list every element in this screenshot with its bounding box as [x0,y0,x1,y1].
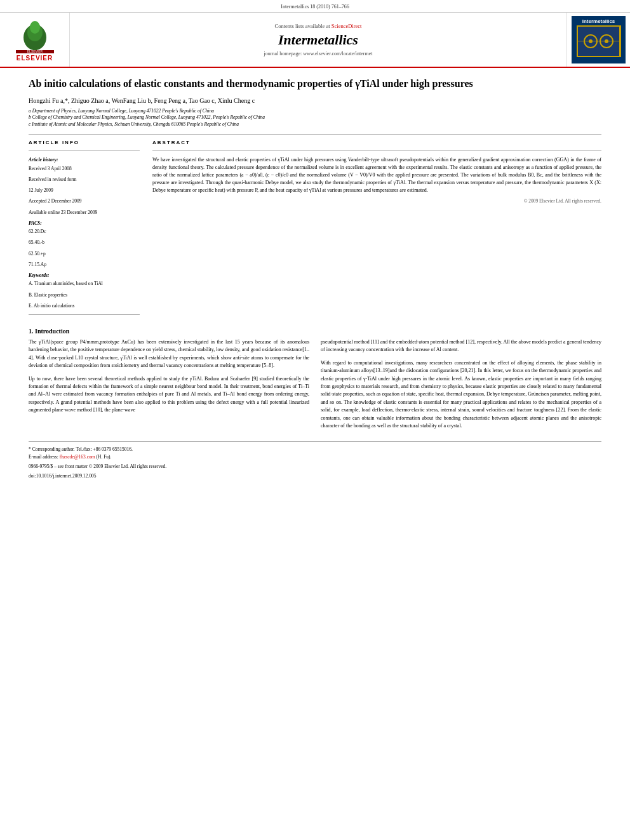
footnote-email-line: E-mail address: fhzscde@163.com (H. Fu). [29,453,601,460]
contents-available-line: Contents lists available at ScienceDirec… [275,23,362,29]
affiliations-block: a Department of Physics, Luoyang Normal … [29,108,601,128]
journal-ref-text: Intermetallics 18 (2010) 761–766 [281,4,349,10]
authors-text: Hongzhi Fu a,*, Zhiguo Zhao a, WenFang L… [29,97,255,104]
journal-title-section: Contents lists available at ScienceDirec… [70,13,566,67]
issn-line: 0966-9795/$ – see front matter © 2009 El… [29,463,601,470]
header-divider [29,134,601,135]
authors-line: Hongzhi Fu a,*, Zhiguo Zhao a, WenFang L… [29,97,601,104]
footnote-contact: * Corresponding author. Tel./fax: +86 03… [29,446,601,453]
logo-title-text: Intermetallics [582,18,615,24]
sciencedirect-link[interactable]: ScienceDirect [332,23,362,29]
intro-two-col: The γTiAl(space group P4/mmm,prototype A… [29,338,601,435]
doi-text: doi:10.1016/j.intermet.2009.12.005 [29,473,96,479]
affiliation-c: c Institute of Atomic and Molecular Phys… [29,121,601,128]
footnote-email-who: (H. Fu). [96,454,111,460]
article-title: Ab initio calculations of elastic consta… [29,77,601,91]
pacs-code-3: 62.50.+p [29,250,140,257]
svg-point-3 [30,21,40,34]
journal-header: ELSEVIER ELSEVIER Contents lists availab… [0,13,630,68]
received-revised-label: Received in revised form [29,176,140,183]
contents-text: Contents lists available at [275,23,330,29]
article-body: Ab initio calculations of elastic consta… [0,68,630,489]
affiliation-a: a Department of Physics, Luoyang Normal … [29,108,601,115]
elsevier-brand-text: ELSEVIER [17,55,53,62]
abstract-label: ABSTRACT [152,140,601,145]
logo-image-area [577,25,621,57]
affiliation-b: b College of Chemistry and Chemical Engi… [29,114,601,121]
copyright-line: © 2009 Elsevier Ltd. All rights reserved… [152,198,601,204]
article-history-block: Article history: Received 3 April 2008 R… [29,156,140,216]
svg-text:ELSEVIER: ELSEVIER [27,50,43,53]
abstract-text: We have investigated the structural and … [152,156,601,194]
article-info-label: ARTICLE INFO [29,140,140,145]
journal-reference: Intermetallics 18 (2010) 761–766 [0,0,630,13]
available-date: Available online 23 December 2009 [29,209,140,216]
pacs-code-1: 62.20.Dc [29,228,140,235]
intro-left-column: The γTiAl(space group P4/mmm,prototype A… [29,338,309,435]
pacs-code-4: 71.15.Ap [29,261,140,268]
pacs-label: PACS: [29,220,140,227]
keyword-3: E. Ab initio calculations [29,302,140,309]
info-divider-top [29,150,140,151]
abstract-divider-top [152,150,601,151]
intro-paragraph-3: pseudopotential method [11] and the embe… [321,338,601,354]
footnote-email-link[interactable]: fhzscde@163.com [60,454,95,460]
accepted-date: Accepted 2 December 2009 [29,197,140,204]
footnote-star-text: * Corresponding author. Tel./fax: +86 03… [29,446,133,452]
issn-text: 0966-9795/$ – see front matter © 2009 El… [29,463,166,469]
footnote-section: * Corresponding author. Tel./fax: +86 03… [29,441,601,479]
footnote-email-label: E-mail address: [29,454,58,460]
elsevier-logo-section: ELSEVIER ELSEVIER [0,13,70,67]
intro-paragraph-1: The γTiAl(space group P4/mmm,prototype A… [29,338,309,370]
intermetallics-logo-box: Intermetallics [572,16,626,63]
elsevier-logo: ELSEVIER ELSEVIER [16,18,54,62]
intro-paragraph-2: Up to now, there have been several theor… [29,375,309,415]
logo-graphic-icon [578,27,619,56]
keyword-1: A. Titanium aluminides, based on TiAl [29,280,140,287]
keywords-section: Keywords: A. Titanium aluminides, based … [29,272,140,309]
received-date: Received 3 April 2008 [29,165,140,172]
revised-date: 12 July 2009 [29,187,140,194]
keyword-2: B. Elastic properties [29,291,140,298]
intro-paragraph-4: With regard to computational investigati… [321,359,601,430]
abstract-column: ABSTRACT We have investigated the struct… [152,140,601,320]
introduction-section: 1. Introduction The γTiAl(space group P4… [29,328,601,435]
history-label: Article history: [29,156,140,163]
doi-line: doi:10.1016/j.intermet.2009.12.005 [29,472,601,479]
pacs-section: PACS: 62.20.Dc 65.40.-b 62.50.+p 71.15.A… [29,220,140,268]
svg-point-11 [605,39,608,43]
keywords-label: Keywords: [29,272,140,279]
info-divider-bottom [29,314,140,315]
svg-point-10 [589,39,593,43]
journal-homepage-url: journal homepage: www.elsevier.com/locat… [264,51,373,57]
article-info-column: ARTICLE INFO Article history: Received 3… [29,140,140,320]
journal-logo-right: Intermetallics [566,13,630,67]
page-wrapper: Intermetallics 18 (2010) 761–766 ELSEVIE… [0,0,630,840]
article-info-abstract-section: ARTICLE INFO Article history: Received 3… [29,140,601,320]
section-1-heading: 1. Introduction [29,328,601,335]
elsevier-tree-icon: ELSEVIER [16,18,54,53]
journal-title: Intermetallics [278,32,358,48]
intro-right-column: pseudopotential method [11] and the embe… [321,338,601,435]
pacs-code-2: 65.40.-b [29,239,140,246]
